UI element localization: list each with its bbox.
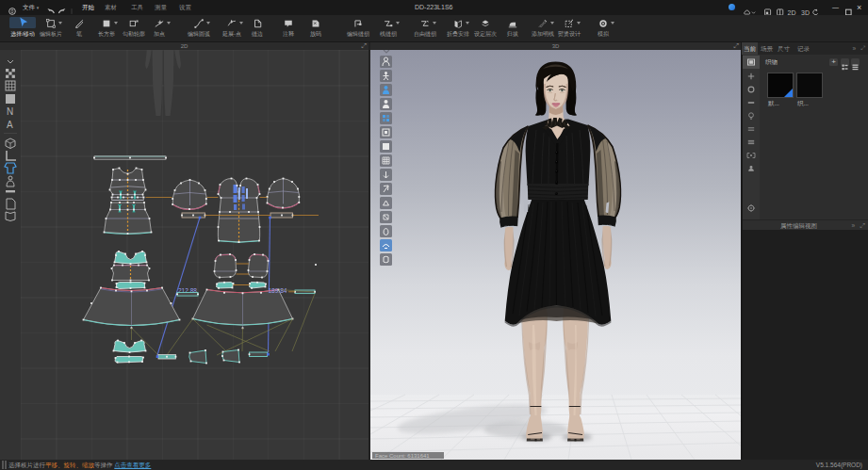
svg-text:N: N: [7, 106, 13, 117]
svg-text:A: A: [7, 120, 13, 130]
svg-text:Face Count: 6131641: Face Count: 6131641: [375, 453, 430, 459]
svg-text:189.84: 189.84: [269, 287, 287, 294]
